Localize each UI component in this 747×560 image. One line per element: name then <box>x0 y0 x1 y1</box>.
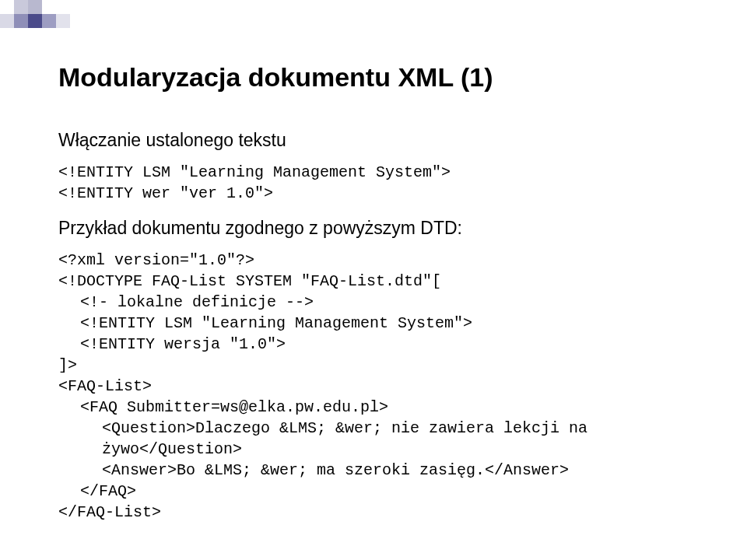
slide-title: Modularyzacja dokumentu XML (1) <box>58 62 700 93</box>
code-line: <!DOCTYPE FAQ-List SYSTEM "FAQ-List.dtd"… <box>58 272 441 290</box>
code-line: </FAQ-List> <box>58 503 161 521</box>
code-line: <FAQ Submitter=ws@elka.pw.edu.pl> <box>58 398 388 416</box>
code-line: <!ENTITY wer "ver 1.0"> <box>58 184 273 202</box>
code-line: <Question>Dlaczego &LMS; &wer; nie zawie… <box>58 419 587 437</box>
slide-content: Modularyzacja dokumentu XML (1) Włączani… <box>58 62 700 537</box>
code-block-2: <?xml version="1.0"?> <!DOCTYPE FAQ-List… <box>58 250 700 523</box>
code-line: <!- lokalne definicje --> <box>58 293 314 311</box>
code-line: <?xml version="1.0"?> <box>58 251 254 269</box>
code-line: <!ENTITY LSM "Learning Management System… <box>58 163 451 181</box>
slide-corner-decoration <box>0 0 78 39</box>
code-line: <!ENTITY wersja "1.0"> <box>58 335 286 353</box>
code-line: <FAQ-List> <box>58 377 152 395</box>
code-line: ]> <box>58 356 77 374</box>
code-line: </FAQ> <box>58 482 136 500</box>
code-block-1: <!ENTITY LSM "Learning Management System… <box>58 162 700 204</box>
code-line: <!ENTITY LSM "Learning Management System… <box>58 314 472 332</box>
section-heading-2: Przykład dokumentu zgodnego z powyższym … <box>58 218 700 239</box>
code-line: żywo</Question> <box>58 440 242 458</box>
code-line: <Answer>Bo &LMS; &wer; ma szeroki zasięg… <box>58 461 569 479</box>
section-heading-1: Włączanie ustalonego tekstu <box>58 130 700 151</box>
